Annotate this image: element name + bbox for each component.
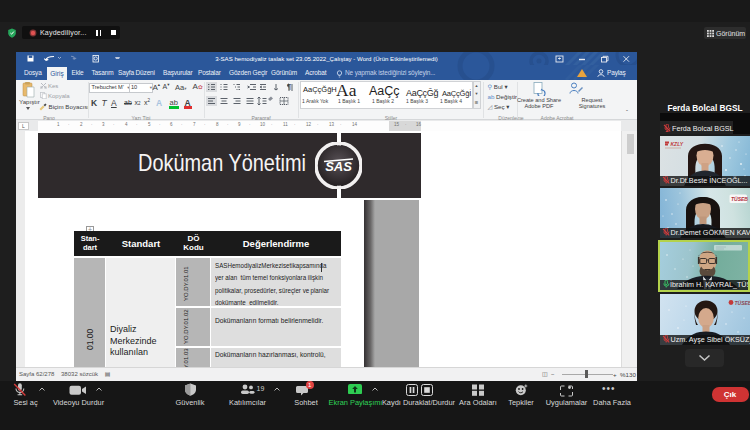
svg-text:KZLY: KZLY [671, 141, 684, 147]
svg-text:TÜSEB: TÜSEB [735, 299, 750, 305]
svg-text:TÜSEB: TÜSEB [731, 195, 748, 201]
